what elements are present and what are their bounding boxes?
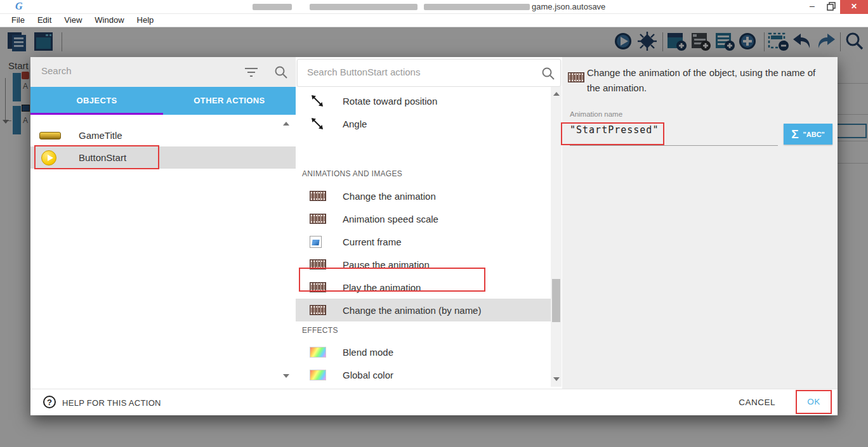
menu-edit[interactable]: Edit — [31, 14, 58, 27]
action-list: Rotate toward position Angle ANIMATIONS … — [296, 87, 551, 387]
action-label: Change the animation — [343, 191, 436, 202]
action-label: Change the animation (by name) — [343, 305, 481, 316]
expression-editor-button[interactable]: Σ "ABC" — [784, 124, 832, 145]
minimize-button[interactable]: – — [803, 0, 821, 14]
action-label: Blend mode — [343, 347, 393, 358]
restore-icon — [822, 0, 840, 14]
tab-objects[interactable]: OBJECTS — [30, 87, 163, 115]
object-label: ButtonStart — [79, 152, 126, 163]
ok-button[interactable]: OK — [797, 391, 831, 413]
action-search-field[interactable]: Search ButtonStart actions — [297, 59, 561, 87]
middle-scroll-up-arrow[interactable] — [553, 92, 560, 96]
action-row[interactable]: Pause the animation — [296, 253, 551, 276]
action-label: Global color — [343, 370, 393, 380]
action-row[interactable]: Rotate toward position — [296, 89, 551, 112]
action-row[interactable]: Current frame — [296, 230, 551, 253]
rotate-arrow-icon — [310, 116, 325, 131]
object-label: GameTitle — [79, 130, 122, 141]
action-row-selected[interactable]: Change the animation (by name) — [296, 299, 551, 321]
action-editor-dialog: Search OBJECTS OTHER ACTIONS GameTitle B… — [30, 57, 838, 415]
object-search-placeholder: Search — [41, 65, 72, 76]
film-strip-icon — [310, 191, 326, 201]
action-row[interactable]: Animation speed scale — [296, 207, 551, 230]
dialog-footer: ? HELP FOR THIS ACTION CANCEL OK — [30, 389, 838, 415]
close-button[interactable]: ✕ — [840, 0, 868, 14]
gdevelop-window: G game.json.autosave – ✕ File Edit View … — [0, 0, 868, 447]
cancel-button[interactable]: CANCEL — [739, 398, 775, 407]
menu-help[interactable]: Help — [131, 14, 161, 27]
gametitle-thumbnail-icon — [39, 132, 61, 139]
action-description: Change the animation of the object, usin… — [587, 65, 829, 96]
menu-bar: File Edit View Window Help — [0, 14, 868, 27]
left-scroll-up-arrow[interactable] — [283, 122, 289, 126]
animation-name-input[interactable]: "StartPressed" — [570, 124, 659, 136]
expression-button-label: "ABC" — [803, 131, 825, 138]
scrollbar-thumb[interactable] — [552, 279, 560, 322]
filter-icon[interactable] — [244, 67, 259, 78]
action-row[interactable]: Angle — [296, 112, 551, 135]
gdevelop-logo-icon: G — [15, 1, 27, 12]
film-strip-icon — [568, 72, 584, 82]
film-strip-icon — [310, 282, 326, 292]
left-scroll-down-arrow[interactable] — [283, 374, 289, 378]
rainbow-color-icon — [310, 347, 326, 358]
buttonstart-thumbnail-icon — [41, 150, 56, 165]
redacted-title-block — [424, 4, 530, 10]
section-header-animations: ANIMATIONS AND IMAGES — [302, 169, 549, 178]
action-row[interactable]: Global color — [296, 363, 551, 386]
action-label: Current frame — [343, 236, 402, 247]
menu-file[interactable]: File — [5, 14, 31, 27]
input-underline — [570, 145, 778, 146]
menu-view[interactable]: View — [58, 14, 88, 27]
help-for-this-action-link[interactable]: HELP FOR THIS ACTION — [62, 398, 161, 408]
film-strip-icon — [310, 259, 326, 269]
redacted-title-block — [310, 4, 418, 10]
action-label: Animation speed scale — [343, 214, 438, 224]
action-row[interactable]: Flip the object horizontally — [296, 386, 551, 387]
action-label: Rotate toward position — [343, 96, 437, 107]
tab-other-actions[interactable]: OTHER ACTIONS — [163, 87, 296, 115]
object-row-buttonstart[interactable]: ButtonStart — [30, 146, 296, 169]
action-parameters-panel: Change the animation of the object, usin… — [562, 57, 838, 389]
object-search-field[interactable]: Search — [30, 57, 296, 87]
action-label: Pause the animation — [343, 259, 430, 270]
active-tab-underline — [30, 113, 163, 115]
window-title: game.json.autosave — [532, 2, 605, 11]
sigma-icon: Σ — [791, 127, 798, 141]
action-row[interactable]: Play the animation — [296, 276, 551, 299]
rainbow-color-icon — [310, 370, 326, 380]
action-search-placeholder: Search ButtonStart actions — [307, 67, 420, 77]
current-frame-icon — [310, 236, 322, 248]
film-strip-icon — [310, 305, 326, 315]
action-label: Angle — [343, 119, 367, 129]
animation-name-label: Animation name — [570, 110, 622, 118]
rotate-arrow-icon — [310, 93, 325, 108]
film-strip-icon — [310, 214, 326, 224]
redacted-title-block — [253, 4, 292, 10]
action-row[interactable]: Change the animation — [296, 185, 551, 207]
object-row-gametitle[interactable]: GameTitle — [30, 124, 296, 146]
action-row[interactable]: Blend mode — [296, 340, 551, 363]
search-icon — [541, 67, 555, 81]
action-label: Play the animation — [343, 282, 421, 293]
menu-window[interactable]: Window — [88, 14, 130, 27]
action-list-scrollbar[interactable] — [551, 87, 562, 387]
middle-scroll-down-arrow[interactable] — [553, 377, 560, 381]
help-icon[interactable]: ? — [43, 396, 56, 408]
restore-button[interactable] — [822, 0, 840, 14]
section-header-effects: EFFECTS — [302, 326, 549, 335]
search-icon[interactable] — [274, 65, 288, 79]
left-tab-bar: OBJECTS OTHER ACTIONS — [30, 87, 296, 115]
title-bar: G game.json.autosave – ✕ — [0, 0, 868, 14]
